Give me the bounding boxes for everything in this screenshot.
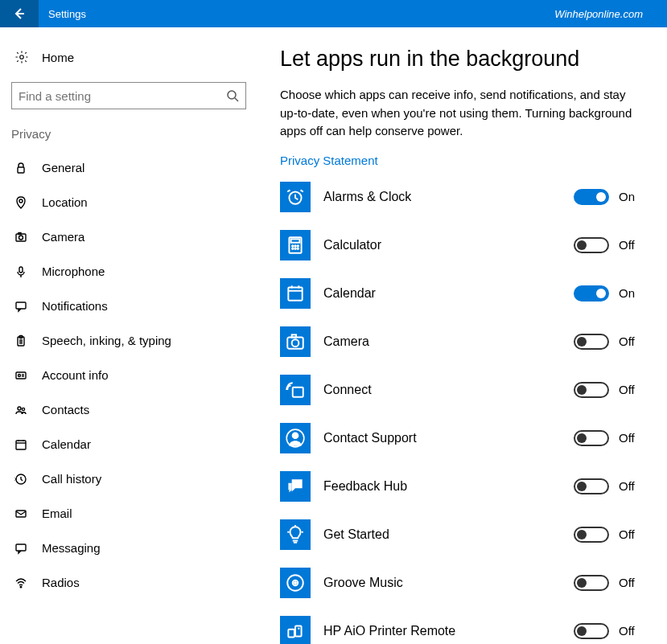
search-icon [226, 89, 239, 102]
nav-item-label: Notifications [42, 299, 108, 313]
toggle-wrap: Off [574, 575, 643, 591]
toggle-state-label: Off [619, 527, 643, 541]
nav-item-call-history[interactable]: Call history [8, 461, 249, 496]
nav-item-label: Location [42, 195, 88, 209]
privacy-statement-link[interactable]: Privacy Statement [280, 154, 378, 167]
badge-icon [14, 369, 31, 382]
toggle-state-label: Off [619, 383, 643, 396]
toggle-switch[interactable] [574, 237, 609, 253]
toggle-state-label: Off [619, 238, 643, 252]
toggle-switch[interactable] [574, 575, 609, 591]
toggle-switch[interactable] [574, 285, 609, 301]
toggle-wrap: Off [574, 527, 643, 543]
svg-rect-51 [293, 387, 303, 396]
svg-rect-62 [295, 626, 302, 636]
bubble-icon [14, 542, 31, 555]
nav-item-location[interactable]: Location [8, 185, 249, 219]
toggle-switch[interactable] [574, 334, 609, 350]
svg-point-34 [292, 245, 294, 247]
toggle-wrap: On [574, 285, 643, 301]
nav-item-label: Call history [42, 472, 101, 486]
app-name-label: Camera [323, 334, 574, 349]
app-name-label: Calculator [323, 238, 574, 252]
nav-item-calendar[interactable]: Calendar [8, 427, 249, 461]
home-button[interactable]: Home [8, 42, 249, 72]
svg-point-49 [292, 339, 299, 347]
nav-item-contacts[interactable]: Contacts [8, 392, 249, 427]
page-body: Home Privacy GeneralLocationCameraMicrop… [0, 27, 667, 644]
svg-rect-23 [16, 441, 26, 449]
main-panel: Let apps run in the background Choose wh… [257, 27, 667, 644]
svg-point-21 [18, 407, 21, 410]
nav-item-label: General [42, 161, 84, 174]
svg-rect-29 [16, 544, 26, 551]
nav-item-camera[interactable]: Camera [8, 219, 249, 254]
toggle-switch[interactable] [574, 382, 609, 398]
clock-icon [280, 182, 311, 212]
nav-item-speech-inking-typing[interactable]: Speech, inking, & typing [8, 323, 249, 358]
svg-point-37 [292, 248, 294, 249]
nav-item-label: Contacts [42, 403, 89, 416]
svg-rect-63 [288, 629, 294, 637]
svg-point-39 [297, 248, 299, 249]
toggle-switch[interactable] [574, 189, 609, 205]
svg-point-61 [294, 581, 296, 583]
nav-item-label: Radios [42, 576, 80, 589]
toggle-wrap: Off [574, 478, 643, 494]
camera-icon [280, 326, 311, 357]
nav-item-account-info[interactable]: Account info [8, 358, 249, 392]
toggle-state-label: Off [619, 334, 643, 348]
app-name-label: HP AiO Printer Remote [323, 624, 574, 638]
nav-item-label: Calendar [42, 437, 91, 451]
nav-item-label: Camera [42, 230, 84, 244]
svg-rect-9 [19, 267, 23, 273]
camera-icon [14, 231, 31, 244]
nav-list: GeneralLocationCameraMicrophoneNotificat… [8, 150, 249, 600]
nav-item-radios[interactable]: Radios [8, 565, 249, 600]
app-name-label: Calendar [323, 286, 574, 301]
page-heading: Let apps run in the background [280, 47, 643, 72]
toggle-wrap: Off [574, 382, 643, 398]
mic-icon [14, 265, 31, 278]
app-name-label: Get Started [323, 527, 574, 542]
svg-rect-4 [18, 167, 24, 173]
back-button[interactable] [0, 0, 39, 27]
nav-item-email[interactable]: Email [8, 496, 249, 531]
toggle-switch[interactable] [574, 527, 609, 543]
toggle-state-label: On [619, 286, 643, 300]
toggle-switch[interactable] [574, 430, 609, 446]
search-input[interactable] [19, 89, 226, 103]
toggle-state-label: Off [619, 479, 643, 493]
svg-rect-11 [16, 302, 26, 309]
nav-item-general[interactable]: General [8, 150, 249, 185]
svg-point-2 [228, 91, 236, 99]
toggle-switch[interactable] [574, 478, 609, 494]
toggle-state-label: Off [619, 624, 643, 638]
nav-item-microphone[interactable]: Microphone [8, 254, 249, 289]
app-row-alarms-clock: Alarms & ClockOn [280, 182, 643, 212]
calendar-icon [14, 438, 31, 451]
bulb-icon [280, 519, 311, 550]
svg-point-36 [297, 245, 299, 247]
svg-rect-40 [288, 287, 302, 300]
mail-icon [14, 507, 31, 520]
nav-item-label: Speech, inking, & typing [42, 334, 171, 347]
bubble-icon [14, 300, 31, 313]
location-icon [14, 196, 31, 209]
nav-item-messaging[interactable]: Messaging [8, 531, 249, 565]
app-row-hp-aio-printer-remote: HP AiO Printer RemoteOff [280, 616, 643, 645]
sidebar: Home Privacy GeneralLocationCameraMicrop… [0, 27, 257, 644]
history-icon [14, 473, 31, 486]
calc-icon [280, 230, 311, 260]
page-description: Choose which apps can receive info, send… [280, 86, 634, 141]
svg-point-7 [19, 236, 23, 240]
svg-point-5 [19, 199, 23, 203]
nav-item-notifications[interactable]: Notifications [8, 289, 249, 323]
toggle-state-label: On [619, 190, 643, 203]
calendar-icon [280, 278, 311, 309]
app-name-label: Alarms & Clock [323, 190, 574, 204]
toggle-switch[interactable] [574, 623, 609, 639]
search-box[interactable] [11, 82, 246, 109]
svg-rect-50 [292, 334, 296, 337]
nav-item-label: Account info [42, 368, 109, 382]
